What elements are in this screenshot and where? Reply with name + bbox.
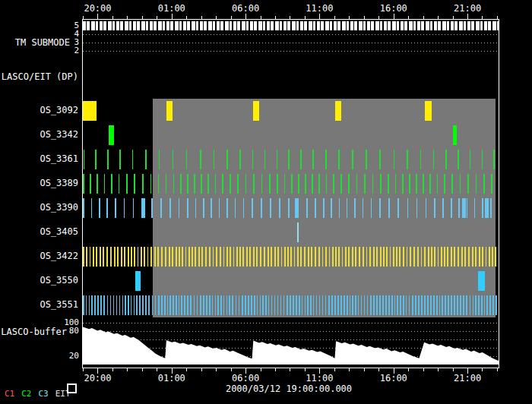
event-mark	[460, 295, 461, 315]
event-mark	[256, 247, 258, 267]
event-mark	[322, 247, 324, 267]
event-mark	[442, 295, 443, 315]
event-mark	[311, 247, 312, 267]
event-mark	[268, 247, 269, 267]
event-mark	[445, 295, 446, 315]
event-mark	[253, 174, 255, 194]
event-mark	[152, 295, 154, 315]
event-mark	[310, 295, 312, 315]
event-mark	[187, 174, 188, 194]
start-datetime: 2000/03/12 19:00:00.000	[198, 383, 380, 394]
event-mark	[182, 247, 183, 267]
daylight-shade	[153, 220, 496, 245]
time-label: 06:00	[232, 373, 259, 383]
event-mark	[441, 247, 442, 267]
event-mark	[496, 295, 497, 315]
timeline-row-OS_3405	[83, 220, 499, 245]
axis-tick	[157, 368, 157, 371]
event-mark	[316, 295, 318, 315]
event-mark	[473, 295, 474, 315]
event-mark	[160, 198, 162, 218]
event-mark	[281, 247, 283, 267]
event-mark	[447, 247, 448, 267]
event-mark	[338, 150, 340, 169]
event-mark	[427, 295, 429, 315]
event-mark	[434, 247, 435, 267]
axis-tick	[112, 368, 113, 371]
event-mark	[142, 295, 144, 315]
event-mark	[158, 174, 160, 194]
event-mark	[470, 150, 471, 169]
event-mark	[466, 295, 467, 315]
event-mark	[305, 174, 306, 194]
event-mark	[399, 247, 401, 267]
axis-tick	[172, 14, 173, 19]
event-mark	[214, 150, 215, 169]
corner-box-button[interactable]	[67, 383, 77, 393]
event-mark	[333, 174, 334, 194]
event-mark	[242, 295, 243, 315]
event-mark	[181, 295, 182, 315]
event-mark	[220, 247, 221, 267]
time-label: 01:00	[158, 373, 185, 383]
event-mark	[355, 247, 356, 267]
event-mark	[332, 247, 334, 267]
axis-tick	[423, 368, 424, 371]
event-mark	[298, 174, 299, 194]
event-mark	[179, 198, 180, 218]
event-mark	[308, 247, 309, 267]
event-mark	[103, 295, 105, 315]
event-mark	[379, 295, 381, 315]
event-mark	[229, 295, 230, 315]
event-mark	[187, 198, 188, 218]
event-mark	[233, 247, 235, 267]
event-mark	[379, 150, 381, 169]
row-label-OS_3405: OS_3405	[0, 226, 78, 237]
event-mark	[83, 101, 97, 121]
event-mark	[312, 174, 313, 194]
event-mark	[467, 198, 468, 218]
event-mark	[458, 247, 459, 267]
event-mark	[457, 295, 458, 315]
event-mark	[348, 174, 350, 194]
event-mark	[366, 247, 368, 267]
event-mark	[271, 295, 273, 315]
event-mark	[257, 295, 258, 315]
event-mark	[200, 295, 201, 315]
event-mark	[380, 174, 382, 194]
event-mark	[245, 174, 247, 194]
event-mark	[323, 198, 325, 218]
event-mark	[261, 198, 262, 218]
event-mark	[331, 198, 332, 218]
event-mark	[481, 295, 483, 315]
event-mark	[226, 247, 228, 267]
event-mark	[126, 174, 128, 194]
event-mark	[363, 198, 364, 218]
time-label: 01:00	[158, 3, 185, 14]
event-mark	[335, 247, 337, 267]
event-mark	[322, 295, 324, 315]
event-mark	[385, 295, 387, 315]
event-mark	[217, 295, 219, 315]
event-mark	[280, 295, 282, 315]
event-mark	[211, 198, 212, 218]
event-mark	[100, 295, 102, 315]
event-mark	[83, 247, 84, 267]
axis-tick	[201, 368, 202, 371]
event-mark	[383, 247, 385, 267]
event-mark	[439, 295, 441, 315]
event-mark	[483, 174, 485, 194]
event-mark	[451, 174, 453, 194]
event-mark	[347, 295, 348, 315]
event-mark	[335, 101, 341, 121]
event-mark	[319, 295, 321, 315]
event-mark	[421, 247, 423, 267]
event-mark	[347, 198, 348, 218]
event-mark	[184, 295, 185, 315]
event-mark	[417, 247, 419, 267]
axis-tick	[334, 368, 335, 371]
event-mark	[141, 247, 142, 267]
event-mark	[203, 198, 204, 218]
axis-tick	[127, 368, 128, 371]
event-mark	[119, 295, 121, 315]
